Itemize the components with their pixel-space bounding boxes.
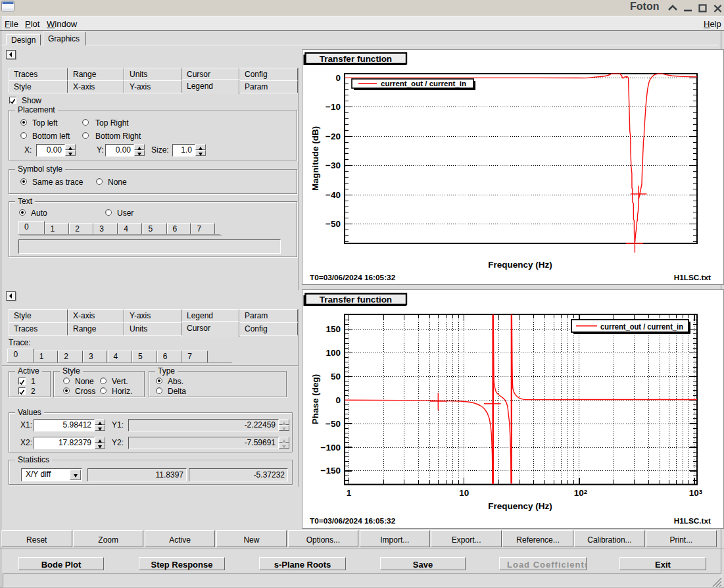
svg-text:Phase (deg): Phase (deg) xyxy=(310,374,320,425)
svg-text:150: 150 xyxy=(326,324,341,334)
svg-text:current_out / current_in: current_out / current_in xyxy=(600,322,683,331)
svg-text:1: 1 xyxy=(347,488,352,498)
svg-text:100: 100 xyxy=(326,348,341,358)
svg-text:Frequency (Hz): Frequency (Hz) xyxy=(488,260,552,270)
svg-text:−40: −40 xyxy=(326,190,341,200)
svg-text:T0=03/06/2024 16:05:32: T0=03/06/2024 16:05:32 xyxy=(310,516,396,526)
svg-text:T0=03/06/2024 16:05:32: T0=03/06/2024 16:05:32 xyxy=(310,273,396,282)
svg-text:Frequency (Hz): Frequency (Hz) xyxy=(488,501,552,511)
svg-text:0: 0 xyxy=(335,395,341,405)
svg-text:0: 0 xyxy=(335,73,341,83)
svg-text:Transfer function: Transfer function xyxy=(320,54,392,64)
svg-text:H1LSC.txt: H1LSC.txt xyxy=(674,273,711,282)
svg-text:−10: −10 xyxy=(326,102,341,112)
svg-text:−50: −50 xyxy=(326,219,341,229)
svg-text:50: 50 xyxy=(331,372,341,381)
svg-text:−150: −150 xyxy=(321,466,341,476)
svg-text:−20: −20 xyxy=(326,132,341,141)
svg-text:Transfer function: Transfer function xyxy=(320,295,392,305)
svg-text:−100: −100 xyxy=(321,443,341,453)
svg-text:current_out / current_in: current_out / current_in xyxy=(381,80,466,87)
svg-text:10: 10 xyxy=(459,488,469,498)
svg-text:Magnitude (dB): Magnitude (dB) xyxy=(310,126,320,191)
svg-text:−50: −50 xyxy=(326,419,341,429)
svg-text:H1LSC.txt: H1LSC.txt xyxy=(674,516,711,526)
svg-text:−30: −30 xyxy=(326,160,341,170)
